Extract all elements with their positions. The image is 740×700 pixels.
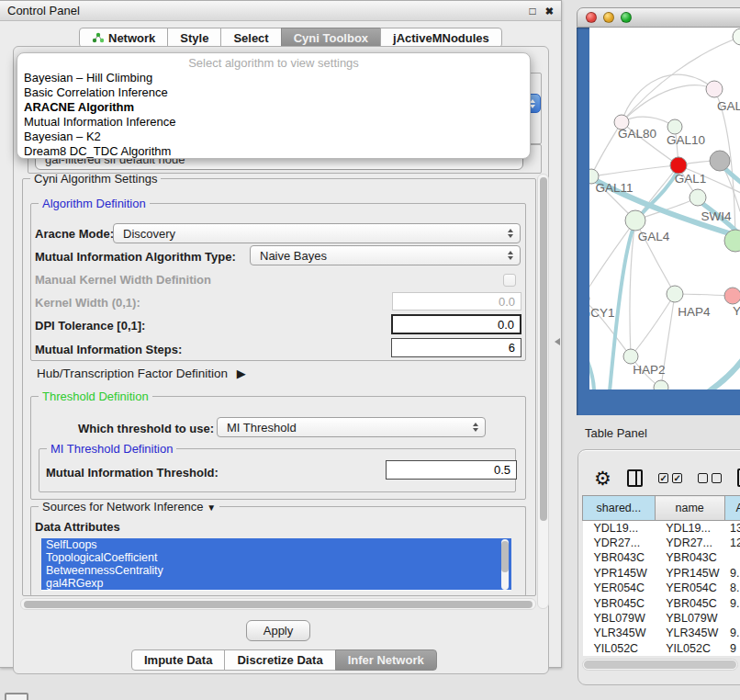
table-cell[interactable]: YBL079W	[655, 611, 724, 626]
table-cell[interactable]: YPR145W	[655, 566, 724, 581]
table-cell[interactable]: YIL052C	[655, 641, 724, 656]
settings-vertical-scrollbar[interactable]	[537, 174, 549, 609]
table-row[interactable]: YER054CYER054C8.	[583, 581, 740, 595]
network-edge[interactable]	[622, 117, 675, 127]
column-header-name[interactable]: name	[655, 496, 724, 521]
table-cell[interactable]: 12	[724, 536, 740, 550]
close-window-icon[interactable]: ✖	[545, 6, 554, 17]
tab-infer-network[interactable]: Infer Network	[335, 649, 437, 671]
table-cell[interactable]: 8.	[724, 581, 740, 595]
table-cell[interactable]: YER054C	[655, 581, 724, 595]
table-cell[interactable]: YDR27...	[655, 536, 724, 550]
mac-zoom-button[interactable]	[621, 12, 632, 23]
table-cell[interactable]: YBR045C	[655, 595, 724, 610]
table-row[interactable]: YPR145WYPR145W9.	[583, 566, 740, 581]
list-item[interactable]: BetweennessCentrality	[41, 564, 511, 577]
settings-vertical-scrollbar-thumb[interactable]	[540, 177, 547, 521]
table-cell[interactable]: 9.	[724, 595, 740, 610]
dropdown-item-aracne[interactable]: ARACNE Algorithm	[17, 100, 530, 115]
settings-horizontal-scrollbar-thumb[interactable]	[24, 601, 533, 608]
table-row[interactable]: YDL19...YDL19...13	[583, 521, 740, 536]
dropdown-item-basic-correlation[interactable]: Basic Correlation Inference	[17, 85, 530, 100]
dropdown-item-mutual-information[interactable]: Mutual Information Inference	[17, 115, 530, 130]
gear-icon[interactable]: ⚙	[594, 469, 611, 488]
network-edge[interactable]	[622, 85, 714, 122]
network-node-GAL10[interactable]	[667, 119, 682, 134]
table-cell[interactable]: YBR045C	[583, 595, 656, 610]
list-item[interactable]: gal4RGexp	[41, 577, 511, 590]
network-node-bottom-node[interactable]	[654, 380, 668, 390]
tab-jactivemnodules[interactable]: jActiveMNodules	[380, 28, 502, 48]
table-cell[interactable]: YBR043C	[655, 550, 724, 565]
network-node-gray-node[interactable]	[710, 151, 730, 171]
which-threshold-combo[interactable]: MI Threshold	[217, 417, 486, 437]
network-node-SWI4[interactable]	[690, 189, 706, 206]
network-node-edge-top-right[interactable]	[733, 28, 740, 45]
table-row[interactable]: YBL079WYBL079W	[583, 611, 740, 626]
table-row[interactable]: YDR27...YDR27...12	[583, 536, 740, 550]
list-item[interactable]: TopologicalCoefficient	[41, 551, 511, 564]
table-row[interactable]: YBR045CYBR045C9.	[583, 595, 740, 610]
table-cell[interactable]: YDL19...	[583, 521, 656, 536]
table-cell[interactable]: 9	[724, 641, 740, 656]
dropdown-item-bayesian-hill-climbing[interactable]: Bayesian – Hill Climbing	[17, 71, 530, 85]
column-header-shared-name[interactable]: shared...	[583, 496, 656, 521]
network-edge[interactable]	[591, 165, 678, 176]
tab-style[interactable]: Style	[167, 28, 221, 48]
kernel-width-field[interactable]	[392, 292, 521, 310]
table-row[interactable]: YLR345WYLR345W9.	[583, 626, 740, 640]
network-canvas[interactable]: GAL8GAL80GAL10GAL1GAL11SWI4GAL4GCY1HAP4Y…	[589, 28, 740, 390]
manual-kernel-width-checkbox[interactable]	[503, 274, 516, 287]
table-cell[interactable]: YPR145W	[583, 566, 656, 581]
apply-button[interactable]: Apply	[246, 620, 310, 641]
network-node-GAL4[interactable]	[625, 210, 645, 231]
dock-panel-icon[interactable]	[5, 693, 28, 700]
network-edge[interactable]	[589, 220, 635, 299]
table-row[interactable]: YIL052CYIL052C9	[583, 641, 740, 656]
table-row[interactable]: YBR043CYBR043C	[583, 550, 740, 565]
deselect-all-columns-icon[interactable]	[698, 473, 722, 483]
network-node-HAP4[interactable]	[667, 286, 683, 302]
mac-close-button[interactable]	[586, 12, 597, 23]
dropdown-item-dream8[interactable]: Dream8 DC_TDC Algorithm	[17, 144, 530, 159]
dpi-tolerance-field[interactable]	[391, 314, 521, 334]
select-all-columns-icon[interactable]: ✓ ✓	[658, 473, 682, 483]
mi-steps-field[interactable]	[391, 338, 521, 357]
tab-select[interactable]: Select	[220, 28, 281, 48]
network-edge[interactable]	[589, 344, 594, 390]
network-edge[interactable]	[700, 358, 740, 390]
table-cell[interactable]	[724, 611, 740, 626]
table-cell[interactable]: YBR043C	[583, 550, 656, 565]
list-item[interactable]: SelfLoops	[41, 538, 511, 551]
settings-horizontal-scrollbar[interactable]	[20, 598, 536, 610]
tab-network[interactable]: Network	[79, 28, 168, 48]
float-window-icon[interactable]: □	[530, 6, 536, 17]
hub-definition-toggle[interactable]: Hub/Transcription Factor Definition ▶	[37, 367, 246, 380]
mac-minimize-button[interactable]	[603, 12, 614, 23]
panel-splitter-handle[interactable]	[555, 338, 560, 345]
table-horizontal-scrollbar[interactable]	[582, 659, 738, 671]
network-edge[interactable]	[631, 294, 675, 356]
split-columns-icon[interactable]	[627, 469, 643, 487]
table-cell[interactable]	[724, 550, 740, 565]
network-node-pink-top[interactable]	[706, 81, 723, 97]
table-horizontal-scrollbar-thumb[interactable]	[584, 660, 736, 669]
tab-impute-data[interactable]: Impute Data	[131, 649, 225, 671]
mi-threshold-field[interactable]	[386, 460, 517, 480]
network-node-HAP2[interactable]	[623, 349, 638, 364]
table-cell[interactable]: 13	[724, 521, 740, 536]
tab-discretize-data[interactable]: Discretize Data	[224, 649, 335, 671]
aracne-mode-combo[interactable]: Discovery	[113, 223, 521, 243]
table-cell[interactable]: YDR27...	[583, 536, 656, 550]
sources-group-title[interactable]: Sources for Network Inference ▼	[39, 500, 219, 514]
table-cell[interactable]: YDL19...	[655, 521, 724, 536]
attribute-list-scrollbar-thumb[interactable]	[501, 541, 509, 572]
table-cell[interactable]: 9.	[724, 626, 740, 640]
table-cell[interactable]: YIL052C	[583, 641, 656, 656]
dropdown-item-bayesian-k2[interactable]: Bayesian – K2	[17, 130, 530, 144]
tab-cyni-toolbox[interactable]: Cyni Toolbox	[281, 28, 381, 48]
column-header-partial[interactable]: A	[724, 496, 740, 521]
table-cell[interactable]: 9.	[724, 566, 740, 581]
network-node-salmon-node[interactable]	[724, 288, 740, 304]
network-edge[interactable]	[622, 74, 714, 122]
